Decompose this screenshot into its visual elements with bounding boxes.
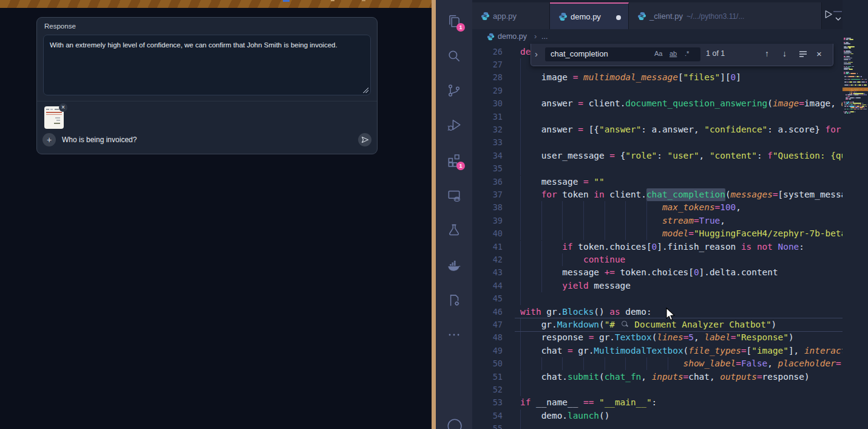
line-number[interactable]: 29 [481, 84, 503, 97]
line-number[interactable]: 35 [481, 162, 503, 175]
modified-dot-icon[interactable] [616, 15, 621, 20]
minimap-line [866, 81, 867, 83]
match-case-button[interactable]: Aa [654, 50, 662, 57]
line-number[interactable]: 47 [481, 318, 503, 331]
window-divider[interactable] [432, 0, 436, 429]
line-number[interactable]: 49 [481, 345, 503, 357]
code-line-34[interactable]: user_message = {"role": "user", "content… [520, 149, 843, 162]
response-textarea[interactable]: With an extremely high level of confiden… [43, 35, 371, 95]
regex-button[interactable]: .* [685, 50, 689, 57]
line-number[interactable]: 28 [481, 71, 503, 84]
code-line-40[interactable]: model="HuggingFaceH4/zephyr-7b-beta", [520, 227, 843, 240]
line-number[interactable]: 48 [481, 331, 503, 344]
find-query-text[interactable]: chat_completion [551, 49, 608, 58]
activity-file-settings-icon[interactable] [446, 292, 462, 308]
activity-run-and-debug-icon[interactable] [446, 117, 462, 133]
find-close-button[interactable]: × [816, 49, 822, 59]
tab-client-py[interactable]: _client.py~/.../python3.11/... [629, 2, 822, 29]
tab-app-py[interactable]: app.py [472, 2, 550, 29]
code-line-43[interactable]: message += token.choices[0].delta.conten… [520, 266, 778, 279]
line-number[interactable]: 26 [481, 46, 503, 58]
line-number[interactable]: 39 [481, 214, 503, 227]
code-line-37[interactable]: for token in client.chat_completion(mess… [520, 188, 843, 201]
line-number[interactable]: 43 [481, 266, 503, 279]
remove-attachment-button[interactable]: × [59, 103, 67, 112]
minimap-line [862, 84, 863, 86]
activity-explorer-icon[interactable]: 1 [446, 13, 462, 29]
line-number[interactable]: 51 [481, 371, 503, 383]
add-file-button[interactable]: + [42, 133, 56, 146]
tab-demo-py[interactable]: demo.py [550, 2, 629, 29]
code-line-41[interactable]: if token.choices[0].finish_reason is not… [520, 241, 804, 253]
minimap-line [852, 103, 852, 104]
code-line-42[interactable]: continue [520, 253, 625, 266]
activity-account-icon[interactable] [446, 417, 462, 429]
code-line-51[interactable]: chat.submit(chat_fn, inputs=chat, output… [520, 371, 810, 383]
line-number[interactable]: 31 [481, 111, 503, 123]
minimap-line [858, 109, 860, 110]
chat-input-text[interactable]: Who is being invoiced? [62, 136, 137, 144]
code-editor[interactable]: 2627282930313233343536373839404142434445… [472, 44, 843, 429]
line-number[interactable]: 37 [481, 188, 503, 201]
code-line-50[interactable]: show_label=False, placeholder= [520, 357, 841, 370]
send-button[interactable] [358, 133, 371, 146]
line-number[interactable]: 32 [481, 123, 503, 136]
send-icon [360, 135, 370, 145]
line-number[interactable]: 42 [481, 253, 503, 266]
line-number[interactable]: 34 [481, 149, 503, 162]
line-number[interactable]: 36 [481, 176, 503, 188]
code-line-53[interactable]: if __name__ == "__main__": [520, 396, 657, 409]
activity-remote-explorer-icon[interactable] [446, 188, 462, 204]
code-line-32[interactable]: answer = [{"answer": a.answer, "confiden… [520, 123, 843, 136]
minimap-line [844, 47, 848, 49]
code-line-48[interactable]: response = gr.Textbox(lines=5, label="Re… [520, 331, 794, 344]
line-number[interactable]: 33 [481, 136, 503, 149]
line-number[interactable]: 45 [481, 292, 503, 305]
run-python-file-button[interactable] [823, 9, 833, 22]
line-number[interactable]: 55 [481, 422, 503, 429]
find-toggle-replace-chevron[interactable]: › [535, 49, 538, 59]
breadcrumb-symbol[interactable]: ... [541, 32, 548, 41]
activity-extensions-icon[interactable]: 1 [446, 152, 462, 168]
code-line-36[interactable]: message = "" [520, 176, 605, 188]
resize-handle-icon[interactable] [363, 88, 368, 93]
activity-docker-icon[interactable] [446, 258, 462, 273]
code-line-49[interactable]: chat = gr.MultimodalTextbox(file_types=[… [520, 345, 843, 357]
activity-testing-icon[interactable] [446, 222, 462, 238]
line-number[interactable]: 53 [481, 396, 503, 409]
activity-source-control-icon[interactable] [446, 83, 462, 98]
code-line-54[interactable]: demo.launch() [520, 410, 609, 422]
line-number[interactable]: 41 [481, 241, 503, 253]
code-line-44[interactable]: yield message [520, 280, 631, 292]
code-line-46[interactable]: with gr.Blocks() as demo: [520, 306, 652, 318]
find-widget-sash[interactable] [833, 11, 842, 12]
find-next-button[interactable]: ↓ [782, 49, 787, 58]
activity-search-icon[interactable] [446, 48, 462, 64]
code-line-39[interactable]: stream=True, [520, 214, 725, 227]
minimap[interactable] [843, 0, 868, 429]
line-number[interactable]: 54 [481, 410, 503, 422]
line-number[interactable]: 27 [481, 58, 503, 71]
line-number[interactable]: 38 [481, 201, 503, 214]
code-line-38[interactable]: max_tokens=100, [520, 201, 741, 214]
line-number[interactable]: 52 [481, 383, 503, 396]
find-in-selection-button[interactable] [799, 50, 807, 60]
line-number[interactable]: 30 [481, 97, 503, 110]
run-dropdown-chevron-icon[interactable] [835, 13, 841, 24]
line-number[interactable]: 40 [481, 227, 503, 240]
line-number[interactable]: 44 [481, 280, 503, 292]
breadcrumb-file[interactable]: demo.py [498, 32, 527, 41]
minimap-line [844, 69, 848, 70]
whole-word-button[interactable]: ab [670, 50, 677, 57]
code-line-30[interactable]: answer = client.document_question_answer… [520, 97, 843, 110]
code-line-47[interactable]: gr.Markdown("# Document Analyzer Chatbot… [520, 318, 776, 331]
breadcrumb[interactable]: demo.py › ... [472, 29, 868, 44]
activity-more-icon[interactable] [446, 327, 462, 343]
line-number[interactable]: 46 [481, 306, 503, 318]
line-number[interactable]: 50 [481, 357, 503, 370]
titlebar-blue-mark [283, 0, 290, 2]
minimap-line [850, 105, 853, 106]
find-previous-button[interactable]: ↑ [765, 49, 769, 58]
code-line-28[interactable]: image = multimodal_message["files"][0] [520, 71, 741, 84]
find-input[interactable]: chat_completion Aa ab .* [545, 47, 700, 61]
